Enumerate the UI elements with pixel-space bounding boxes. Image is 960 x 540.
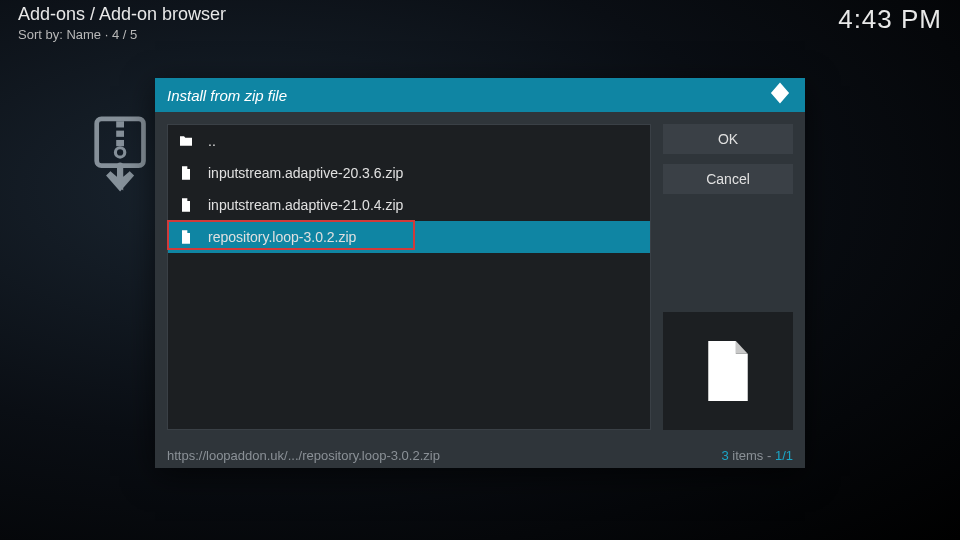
zip-download-icon [85, 115, 163, 193]
file-icon [178, 165, 194, 181]
file-item-label: repository.loop-3.0.2.zip [208, 229, 356, 245]
svg-rect-2 [116, 131, 124, 137]
svg-rect-1 [116, 121, 124, 127]
page-index: 1/1 [775, 448, 793, 463]
file-list[interactable]: ..inputstream.adaptive-20.3.6.zipinputst… [167, 124, 651, 430]
preview-box [663, 312, 793, 430]
breadcrumb: Add-ons / Add-on browser [18, 4, 226, 25]
kodi-logo-icon [767, 80, 793, 110]
folder-icon [178, 133, 194, 149]
ok-button[interactable]: OK [663, 124, 793, 154]
cancel-button[interactable]: Cancel [663, 164, 793, 194]
file-item[interactable]: .. [168, 125, 650, 157]
file-item[interactable]: repository.loop-3.0.2.zip [168, 221, 650, 253]
dialog-body: ..inputstream.adaptive-20.3.6.zipinputst… [155, 112, 805, 442]
footer-count: 3 items - 1/1 [721, 448, 793, 463]
file-item-label: inputstream.adaptive-21.0.4.zip [208, 197, 403, 213]
file-preview-icon [704, 341, 752, 401]
topbar: Add-ons / Add-on browser Sort by: Name ·… [18, 4, 942, 42]
install-zip-dialog: Install from zip file ..inputstream.adap… [155, 78, 805, 468]
svg-rect-3 [116, 140, 124, 146]
side-panel: OK Cancel [663, 124, 793, 430]
breadcrumb-area: Add-ons / Add-on browser Sort by: Name ·… [18, 4, 226, 42]
item-count: 3 [721, 448, 728, 463]
sort-line: Sort by: Name · 4 / 5 [18, 27, 226, 42]
file-icon [178, 229, 194, 245]
file-item[interactable]: inputstream.adaptive-20.3.6.zip [168, 157, 650, 189]
footer-path: https://loopaddon.uk/.../repository.loop… [167, 448, 440, 463]
file-item-label: .. [208, 133, 216, 149]
clock: 4:43 PM [838, 4, 942, 35]
file-icon [178, 197, 194, 213]
item-label: items - [729, 448, 775, 463]
file-item-label: inputstream.adaptive-20.3.6.zip [208, 165, 403, 181]
dialog-title: Install from zip file [167, 87, 287, 104]
svg-point-4 [115, 148, 124, 157]
dialog-header: Install from zip file [155, 78, 805, 112]
dialog-footer: https://loopaddon.uk/.../repository.loop… [155, 442, 805, 468]
file-item[interactable]: inputstream.adaptive-21.0.4.zip [168, 189, 650, 221]
